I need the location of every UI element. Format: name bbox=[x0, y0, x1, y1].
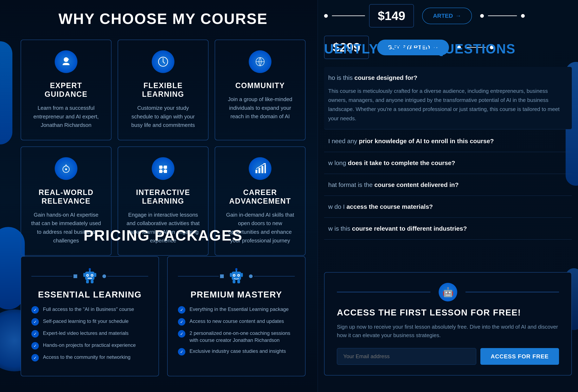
svg-rect-17 bbox=[264, 165, 266, 173]
svg-rect-23 bbox=[88, 278, 92, 279]
faq-key-faq-6: course relevant to different industries? bbox=[352, 225, 467, 232]
free-lesson-desc: Sign up now to receive your first lesson… bbox=[337, 323, 559, 340]
line-mid bbox=[488, 15, 517, 16]
pricing-package-name: PREMIUM MASTERY bbox=[178, 290, 295, 300]
price-149: $149 bbox=[378, 9, 405, 23]
svg-point-22 bbox=[92, 275, 93, 276]
line-left bbox=[332, 15, 365, 16]
svg-point-0 bbox=[64, 57, 68, 62]
svg-rect-26 bbox=[83, 273, 85, 277]
connector-line-right bbox=[107, 276, 148, 276]
real-world-relevance-title: REAL-WORLD RELEVANCE bbox=[29, 188, 103, 206]
feature-text: Access to the community for networking bbox=[43, 354, 131, 361]
svg-rect-39 bbox=[233, 280, 236, 283]
community-desc: Join a group of like-minded individuals … bbox=[223, 95, 297, 121]
pricing-feature-item: ✓ Self-paced learning to fit your schedu… bbox=[31, 318, 148, 326]
feature-text: 2 personalized one-on-one coaching sessi… bbox=[190, 330, 295, 344]
feature-text: Hands-on projects for practical experien… bbox=[43, 342, 136, 349]
faq-question-faq-1[interactable]: ho is this course designed for? bbox=[328, 73, 568, 82]
pricing-section-title: PRICING PACKAGES bbox=[21, 227, 305, 244]
faq-key-faq-2: prior knowledge of AI to enroll in this … bbox=[359, 138, 494, 144]
connector-dot-right bbox=[249, 274, 253, 278]
feature-text: Everything in the Essential Learning pac… bbox=[190, 306, 289, 313]
pricing-card-premium-mastery: PREMIUM MASTERY ✓ Everything in the Esse… bbox=[167, 256, 305, 376]
pricing-features-list: ✓ Full access to the "AI in Business" co… bbox=[31, 306, 148, 361]
svg-rect-14 bbox=[256, 170, 257, 173]
faq-section: UENTLY ASKED QUESTIONS ho is this course… bbox=[324, 41, 572, 240]
faq-item-faq-3[interactable]: w long does it take to complete the cour… bbox=[324, 152, 572, 174]
faq-question-faq-5[interactable]: w do I access the course materials? bbox=[328, 202, 568, 211]
price-card-149: $149 bbox=[369, 4, 414, 27]
real-world-relevance-icon bbox=[55, 157, 77, 180]
pricing-feature-item: ✓ Expert-led video lectures and material… bbox=[31, 330, 148, 338]
faq-answer-faq-1: This course is meticulously crafted for … bbox=[328, 87, 568, 123]
faq-question-faq-4[interactable]: hat format is the course content deliver… bbox=[328, 180, 568, 189]
connector-left bbox=[337, 292, 431, 292]
pricing-feature-item: ✓ Full access to the "AI in Business" co… bbox=[31, 306, 148, 314]
access-free-button[interactable]: ACCESS FOR FREE bbox=[480, 348, 559, 365]
feature-text: Self-paced learning to fit your schedule bbox=[43, 318, 129, 325]
faq-item-faq-1[interactable]: ho is this course designed for? This cou… bbox=[324, 67, 572, 129]
svg-point-21 bbox=[87, 275, 88, 276]
check-icon: ✓ bbox=[31, 342, 39, 349]
connector-dot bbox=[220, 274, 224, 278]
pricing-connector-row bbox=[31, 267, 148, 286]
check-icon: ✓ bbox=[31, 318, 39, 326]
email-input[interactable] bbox=[337, 348, 476, 365]
robot-icon-0 bbox=[81, 267, 99, 286]
faq-key-faq-1: course designed for? bbox=[354, 74, 417, 81]
faq-item-faq-6[interactable]: w is this course relevant to different i… bbox=[324, 218, 572, 240]
pricing-feature-item: ✓ Access to new course content and updat… bbox=[178, 318, 295, 326]
dot-left bbox=[324, 14, 328, 18]
svg-point-36 bbox=[235, 268, 238, 270]
community-title: COMMUNITY bbox=[235, 81, 285, 90]
feature-text: Access to new course content and updates bbox=[190, 318, 284, 325]
svg-rect-29 bbox=[91, 280, 94, 283]
faq-key-faq-5: access the course materials? bbox=[346, 203, 433, 210]
faq-key-faq-4: course content delivered in? bbox=[374, 181, 458, 188]
flexible-learning-icon bbox=[152, 50, 174, 73]
pricing-card-essential-learning: ESSENTIAL LEARNING ✓ Full access to the … bbox=[21, 256, 159, 376]
faq-item-faq-4[interactable]: hat format is the course content deliver… bbox=[324, 174, 572, 196]
left-section: WHY CHOOSE MY COURSE EXPERT GUIDANCE Lea… bbox=[0, 0, 318, 392]
svg-rect-6 bbox=[159, 166, 162, 169]
interactive-learning-title: INTERACTIVE LEARNING bbox=[126, 188, 200, 206]
faq-list: ho is this course designed for? This cou… bbox=[324, 67, 572, 240]
feature-card-expert-guidance: EXPERT GUIDANCE Learn from a successful … bbox=[21, 40, 111, 140]
pricing-feature-item: ✓ Hands-on projects for practical experi… bbox=[31, 342, 148, 349]
faq-item-faq-5[interactable]: w do I access the course materials? bbox=[324, 196, 572, 218]
free-lesson-title: ACCESS THE FIRST LESSON FOR FREE! bbox=[337, 308, 559, 317]
connector-line-right bbox=[254, 276, 295, 276]
feature-card-flexible-learning: FLEXIBLE LEARNING Customize your study s… bbox=[118, 40, 208, 140]
dot-mid-right bbox=[521, 14, 525, 18]
svg-rect-28 bbox=[86, 280, 89, 283]
pricing-features-list: ✓ Everything in the Essential Learning p… bbox=[178, 306, 295, 355]
svg-point-25 bbox=[89, 268, 91, 270]
svg-rect-38 bbox=[241, 273, 243, 277]
feature-cards-grid: EXPERT GUIDANCE Learn from a successful … bbox=[21, 40, 305, 256]
pricing-feature-item: ✓ Access to the community for networking bbox=[31, 354, 148, 361]
pricing-cards-grid: ESSENTIAL LEARNING ✓ Full access to the … bbox=[21, 256, 305, 376]
faq-question-faq-2[interactable]: I need any prior knowledge of AI to enro… bbox=[328, 136, 568, 146]
get-started-outline-button[interactable]: ARTED → bbox=[422, 8, 472, 24]
faq-item-faq-2[interactable]: I need any prior knowledge of AI to enro… bbox=[324, 130, 572, 152]
check-icon: ✓ bbox=[178, 330, 185, 338]
feature-text: Expert-led video lectures and materials bbox=[43, 330, 129, 337]
check-icon: ✓ bbox=[178, 306, 185, 314]
get-started-outline-arrow: → bbox=[455, 13, 461, 19]
feature-text: Full access to the "AI in Business" cour… bbox=[43, 306, 134, 313]
pricing-feature-item: ✓ Everything in the Essential Learning p… bbox=[178, 306, 295, 314]
career-advancement-title: CAREER ADVANCEMENT bbox=[223, 188, 297, 206]
faq-question-faq-3[interactable]: w long does it take to complete the cour… bbox=[328, 158, 568, 168]
check-icon: ✓ bbox=[31, 330, 39, 338]
connector-line-left bbox=[31, 276, 72, 276]
pricing-package-name: ESSENTIAL LEARNING bbox=[31, 290, 148, 300]
pricing-feature-item: ✓ 2 personalized one-on-one coaching ses… bbox=[178, 330, 295, 344]
expert-guidance-title: EXPERT GUIDANCE bbox=[29, 81, 103, 99]
career-advancement-icon bbox=[249, 157, 271, 180]
pricing-feature-item: ✓ Exclusive industry case studies and in… bbox=[178, 348, 295, 355]
faq-question-faq-6[interactable]: w is this course relevant to different i… bbox=[328, 224, 568, 233]
check-icon: ✓ bbox=[31, 306, 39, 314]
robot-icon-1 bbox=[227, 267, 246, 286]
faq-key-faq-3: does it take to complete the course? bbox=[348, 160, 455, 166]
